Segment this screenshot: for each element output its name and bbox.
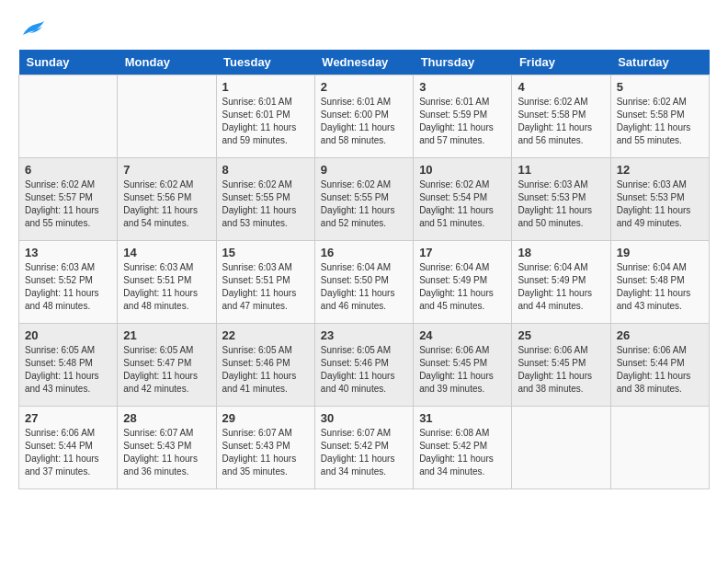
day-number: 6 [25, 163, 111, 177]
day-info: Sunrise: 6:06 AM Sunset: 5:44 PM Dayligh… [617, 344, 703, 396]
day-info: Sunrise: 6:05 AM Sunset: 5:46 PM Dayligh… [321, 344, 407, 396]
day-info: Sunrise: 6:04 AM Sunset: 5:50 PM Dayligh… [321, 261, 407, 313]
calendar-cell: 20Sunrise: 6:05 AM Sunset: 5:48 PM Dayli… [19, 324, 118, 407]
day-number: 23 [321, 328, 407, 342]
calendar-cell: 28Sunrise: 6:07 AM Sunset: 5:43 PM Dayli… [118, 407, 216, 489]
calendar-week-row: 27Sunrise: 6:06 AM Sunset: 5:44 PM Dayli… [19, 407, 710, 489]
day-info: Sunrise: 6:01 AM Sunset: 6:01 PM Dayligh… [222, 96, 309, 147]
calendar-body: 1Sunrise: 6:01 AM Sunset: 6:01 PM Daylig… [19, 75, 710, 489]
day-number: 4 [518, 80, 604, 94]
day-number: 7 [123, 163, 210, 177]
calendar-cell: 27Sunrise: 6:06 AM Sunset: 5:44 PM Dayli… [19, 407, 118, 489]
day-info: Sunrise: 6:02 AM Sunset: 5:55 PM Dayligh… [222, 178, 309, 230]
day-info: Sunrise: 6:08 AM Sunset: 5:42 PM Dayligh… [419, 427, 506, 478]
day-info: Sunrise: 6:02 AM Sunset: 5:58 PM Dayligh… [617, 96, 703, 147]
calendar-week-row: 13Sunrise: 6:03 AM Sunset: 5:52 PM Dayli… [19, 241, 710, 324]
calendar-cell: 17Sunrise: 6:04 AM Sunset: 5:49 PM Dayli… [414, 241, 512, 324]
day-number: 30 [321, 411, 407, 425]
calendar-cell: 4Sunrise: 6:02 AM Sunset: 5:58 PM Daylig… [512, 75, 610, 158]
calendar-week-row: 6Sunrise: 6:02 AM Sunset: 5:57 PM Daylig… [19, 158, 710, 241]
day-number: 25 [518, 328, 604, 342]
day-number: 24 [419, 328, 506, 342]
calendar-cell: 18Sunrise: 6:04 AM Sunset: 5:49 PM Dayli… [512, 241, 610, 324]
day-info: Sunrise: 6:03 AM Sunset: 5:53 PM Dayligh… [518, 178, 604, 230]
day-info: Sunrise: 6:07 AM Sunset: 5:43 PM Dayligh… [222, 427, 309, 478]
day-info: Sunrise: 6:04 AM Sunset: 5:49 PM Dayligh… [518, 261, 604, 313]
calendar-cell: 30Sunrise: 6:07 AM Sunset: 5:42 PM Dayli… [314, 407, 413, 489]
day-number: 11 [518, 163, 604, 177]
day-info: Sunrise: 6:01 AM Sunset: 6:00 PM Dayligh… [321, 96, 407, 147]
calendar-cell: 19Sunrise: 6:04 AM Sunset: 5:48 PM Dayli… [610, 241, 709, 324]
day-number: 14 [123, 246, 210, 259]
calendar-cell: 25Sunrise: 6:06 AM Sunset: 5:45 PM Dayli… [512, 324, 610, 407]
day-number: 8 [222, 163, 309, 177]
calendar-cell: 23Sunrise: 6:05 AM Sunset: 5:46 PM Dayli… [314, 324, 413, 407]
day-number: 19 [617, 246, 703, 259]
day-number: 16 [321, 246, 407, 259]
calendar-cell: 15Sunrise: 6:03 AM Sunset: 5:51 PM Dayli… [216, 241, 314, 324]
day-number: 31 [419, 411, 506, 425]
day-number: 21 [123, 328, 210, 342]
day-info: Sunrise: 6:02 AM Sunset: 5:56 PM Dayligh… [123, 178, 210, 230]
weekday-header: Tuesday [216, 50, 314, 75]
day-number: 26 [617, 328, 703, 342]
logo [18, 18, 50, 40]
day-number: 20 [25, 328, 111, 342]
calendar-week-row: 20Sunrise: 6:05 AM Sunset: 5:48 PM Dayli… [19, 324, 710, 407]
calendar-cell: 6Sunrise: 6:02 AM Sunset: 5:57 PM Daylig… [19, 158, 118, 241]
calendar-cell: 14Sunrise: 6:03 AM Sunset: 5:51 PM Dayli… [118, 241, 216, 324]
weekday-header: Saturday [610, 50, 709, 75]
day-number: 28 [123, 411, 210, 425]
calendar-cell: 26Sunrise: 6:06 AM Sunset: 5:44 PM Dayli… [610, 324, 709, 407]
day-number: 18 [518, 246, 604, 259]
calendar-week-row: 1Sunrise: 6:01 AM Sunset: 6:01 PM Daylig… [19, 75, 710, 158]
day-info: Sunrise: 6:02 AM Sunset: 5:58 PM Dayligh… [518, 96, 604, 147]
calendar-cell: 5Sunrise: 6:02 AM Sunset: 5:58 PM Daylig… [610, 75, 709, 158]
day-info: Sunrise: 6:02 AM Sunset: 5:54 PM Dayligh… [419, 178, 506, 230]
weekday-row: SundayMondayTuesdayWednesdayThursdayFrid… [19, 50, 710, 75]
calendar-cell: 2Sunrise: 6:01 AM Sunset: 6:00 PM Daylig… [314, 75, 413, 158]
weekday-header: Monday [118, 50, 216, 75]
day-number: 12 [617, 163, 703, 177]
day-info: Sunrise: 6:06 AM Sunset: 5:45 PM Dayligh… [518, 344, 604, 396]
day-info: Sunrise: 6:02 AM Sunset: 5:55 PM Dayligh… [321, 178, 407, 230]
calendar-cell [118, 75, 216, 158]
calendar-cell: 7Sunrise: 6:02 AM Sunset: 5:56 PM Daylig… [118, 158, 216, 241]
day-info: Sunrise: 6:05 AM Sunset: 5:47 PM Dayligh… [123, 344, 210, 396]
calendar-cell: 12Sunrise: 6:03 AM Sunset: 5:53 PM Dayli… [610, 158, 709, 241]
page-header [18, 18, 710, 40]
day-number: 2 [321, 80, 407, 94]
day-number: 5 [617, 80, 703, 94]
day-number: 29 [222, 411, 309, 425]
calendar-header: SundayMondayTuesdayWednesdayThursdayFrid… [19, 50, 710, 75]
weekday-header: Thursday [414, 50, 512, 75]
day-number: 10 [419, 163, 506, 177]
calendar-table: SundayMondayTuesdayWednesdayThursdayFrid… [18, 50, 710, 489]
day-number: 15 [222, 246, 309, 259]
day-number: 13 [25, 246, 111, 259]
day-info: Sunrise: 6:04 AM Sunset: 5:48 PM Dayligh… [617, 261, 703, 313]
calendar-cell: 1Sunrise: 6:01 AM Sunset: 6:01 PM Daylig… [216, 75, 314, 158]
weekday-header: Sunday [19, 50, 118, 75]
day-info: Sunrise: 6:05 AM Sunset: 5:46 PM Dayligh… [222, 344, 309, 396]
calendar-cell [512, 407, 610, 489]
calendar-cell: 24Sunrise: 6:06 AM Sunset: 5:45 PM Dayli… [414, 324, 512, 407]
calendar-cell: 3Sunrise: 6:01 AM Sunset: 5:59 PM Daylig… [414, 75, 512, 158]
calendar-cell: 22Sunrise: 6:05 AM Sunset: 5:46 PM Dayli… [216, 324, 314, 407]
day-info: Sunrise: 6:06 AM Sunset: 5:45 PM Dayligh… [419, 344, 506, 396]
day-info: Sunrise: 6:07 AM Sunset: 5:43 PM Dayligh… [123, 427, 210, 478]
calendar-cell: 16Sunrise: 6:04 AM Sunset: 5:50 PM Dayli… [314, 241, 413, 324]
day-info: Sunrise: 6:07 AM Sunset: 5:42 PM Dayligh… [321, 427, 407, 478]
calendar-cell: 21Sunrise: 6:05 AM Sunset: 5:47 PM Dayli… [118, 324, 216, 407]
calendar-cell: 10Sunrise: 6:02 AM Sunset: 5:54 PM Dayli… [414, 158, 512, 241]
day-info: Sunrise: 6:03 AM Sunset: 5:52 PM Dayligh… [25, 261, 111, 313]
calendar-cell: 31Sunrise: 6:08 AM Sunset: 5:42 PM Dayli… [414, 407, 512, 489]
weekday-header: Friday [512, 50, 610, 75]
day-info: Sunrise: 6:01 AM Sunset: 5:59 PM Dayligh… [419, 96, 506, 147]
day-info: Sunrise: 6:06 AM Sunset: 5:44 PM Dayligh… [25, 427, 111, 478]
day-number: 3 [419, 80, 506, 94]
calendar-cell: 29Sunrise: 6:07 AM Sunset: 5:43 PM Dayli… [216, 407, 314, 489]
calendar-cell: 9Sunrise: 6:02 AM Sunset: 5:55 PM Daylig… [314, 158, 413, 241]
calendar-cell [610, 407, 709, 489]
day-number: 27 [25, 411, 111, 425]
